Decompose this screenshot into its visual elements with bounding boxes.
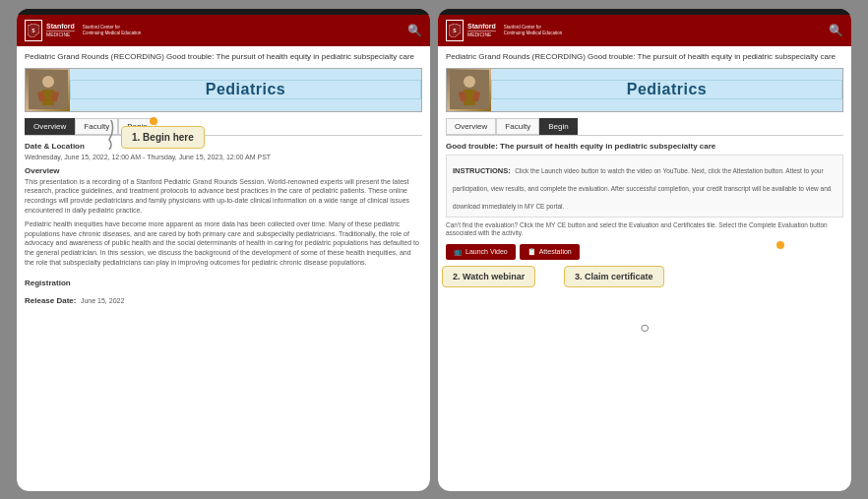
claim-callout-box: 3. Claim certificate: [564, 266, 664, 287]
instructions-label: INSTRUCTIONS:: [453, 166, 511, 175]
stanford-text-right: Stanford MEDICINE: [467, 23, 496, 37]
right-page-title: Pediatric Grand Rounds (RECORDING) Good …: [446, 52, 843, 62]
right-tabs: Overview Faculty Begin: [446, 118, 843, 136]
left-hero-image-inner: [26, 68, 70, 112]
stanford-name-left: Stanford: [46, 23, 75, 31]
tab-overview-right[interactable]: Overview: [446, 118, 496, 135]
stanford-subtitle-left: Stanford Center forContinuing Medical Ed…: [83, 25, 142, 35]
right-hero-title: Pediatrics: [491, 80, 842, 99]
right-content: Pediatric Grand Rounds (RECORDING) Good …: [438, 46, 851, 491]
left-screen: S Stanford MEDICINE Stanford Center forC…: [17, 15, 430, 491]
tab-overview-left[interactable]: Overview: [25, 118, 75, 135]
stanford-subtitle-right: Stanford Center forContinuing Medical Ed…: [504, 25, 563, 35]
left-phone: S Stanford MEDICINE Stanford Center forC…: [17, 9, 430, 491]
watch-callout-wrapper: 2. Watch webinar: [442, 266, 535, 287]
action-buttons: 📺 Launch Video 📋 Attestation: [446, 244, 843, 260]
course-title: Good trouble: The pursuit of health equi…: [446, 142, 843, 151]
search-icon-right[interactable]: 🔍: [829, 24, 843, 37]
registration-heading: Registration: [25, 279, 71, 287]
stanford-logo-left: S Stanford MEDICINE Stanford Center forC…: [25, 20, 141, 41]
stanford-medicine-right: MEDICINE: [467, 31, 496, 38]
left-tabs: Overview Faculty Begin: [25, 118, 422, 136]
left-tabs-wrapper: Overview Faculty Begin 1. Begin here: [25, 118, 422, 136]
tv-icon: 📺: [454, 248, 463, 256]
left-content: Pediatric Grand Rounds (RECORDING) Good …: [17, 46, 430, 491]
dot-circle: ○: [640, 319, 650, 336]
tab-faculty-right[interactable]: Faculty: [496, 118, 539, 135]
cant-find-text: Can't find the evaluation? Click the MY …: [446, 221, 843, 238]
instructions-box: INSTRUCTIONS: Click the Launch video but…: [446, 155, 843, 218]
watch-callout-box: 2. Watch webinar: [442, 266, 535, 287]
date-value: Wednesday, June 15, 2022, 12:00 AM - Thu…: [25, 153, 422, 162]
tab-begin-right[interactable]: Begin: [539, 118, 577, 135]
right-hero-image-inner: [447, 68, 491, 112]
left-header: S Stanford MEDICINE Stanford Center forC…: [17, 15, 430, 46]
overview-text-1: This presentation is a recording of a St…: [25, 177, 422, 216]
left-hero-image: [26, 68, 70, 112]
begin-callout-box: 1. Begin here: [121, 126, 205, 149]
attestation-button[interactable]: 📋 Attestation: [520, 244, 580, 260]
right-hero-image: [447, 68, 491, 112]
overview-text-2: Pediatric health inequities have become …: [25, 219, 422, 268]
right-phone: S Stanford MEDICINE Stanford Center forC…: [438, 9, 851, 491]
stanford-shield-right: S: [446, 20, 464, 41]
right-header: S Stanford MEDICINE Stanford Center forC…: [438, 15, 851, 46]
stanford-shield-left: S: [25, 20, 42, 41]
begin-callout-wrapper: 1. Begin here: [113, 126, 205, 149]
right-hero-banner: Pediatrics: [446, 68, 843, 112]
action-area: 📺 Launch Video 📋 Attestation 2. Watch we…: [446, 244, 843, 260]
release-date-label: Release Date:: [25, 296, 76, 305]
stanford-medicine-left: MEDICINE: [46, 31, 75, 38]
stanford-logo-right: S Stanford MEDICINE Stanford Center forC…: [446, 20, 562, 41]
search-icon-left[interactable]: 🔍: [407, 24, 422, 37]
stanford-text-left: Stanford MEDICINE: [46, 23, 75, 37]
registration-block: Registration Release Date: June 15, 2022: [25, 272, 422, 307]
claim-callout-wrapper: 3. Claim certificate: [564, 266, 664, 287]
dot-indicator: ○: [446, 319, 843, 337]
svg-point-8: [464, 76, 475, 88]
right-screen: S Stanford MEDICINE Stanford Center forC…: [438, 15, 851, 491]
left-page-title: Pediatric Grand Rounds (RECORDING) Good …: [25, 52, 422, 62]
launch-video-button[interactable]: 📺 Launch Video: [446, 244, 516, 260]
release-date-value: June 15, 2022: [81, 297, 124, 304]
svg-point-2: [42, 76, 54, 88]
clipboard-icon: 📋: [527, 248, 536, 256]
date-location-heading: Date & Location: [25, 142, 422, 151]
left-hero-title: Pediatrics: [70, 80, 421, 99]
stanford-name-right: Stanford: [467, 23, 496, 31]
attestation-label: Attestation: [539, 248, 572, 255]
left-hero-banner: Pediatrics: [25, 68, 422, 112]
launch-video-label: Launch Video: [465, 248, 508, 255]
overview-heading: Overview: [25, 166, 422, 175]
